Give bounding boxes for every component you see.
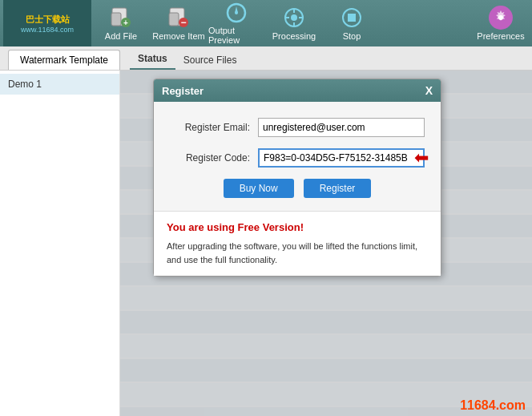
brand-logo: 巴士下载站 www.11684.com — [3, 0, 91, 46]
subtab-status[interactable]: Status — [130, 49, 175, 70]
dialog-buttons: Buy Now Register — [170, 179, 425, 198]
code-form-row: Register Code: ⬅ — [170, 148, 425, 168]
watermark-brand: 11684.com — [460, 398, 526, 413]
email-form-row: Register Email: — [170, 118, 425, 137]
tab-bar: Watermark Template Status Source Files — [0, 46, 532, 71]
register-email-input[interactable] — [258, 118, 425, 137]
dialog-body: Register Email: Register Code: ⬅ Buy Now… — [154, 102, 441, 211]
notice-text: After upgrading the software, you will b… — [167, 240, 428, 266]
remove-item-button[interactable]: − Remove Item — [151, 2, 207, 45]
content-area: Register X Register Email: Register Code… — [120, 71, 532, 416]
stop-button[interactable]: Stop — [324, 2, 380, 45]
tab-watermark-template[interactable]: Watermark Template — [8, 50, 120, 70]
sidebar: Demo 1 — [0, 71, 120, 416]
processing-label: Processing — [272, 31, 316, 41]
brand-site-name: 巴士下载站 — [26, 14, 70, 26]
preferences-icon — [489, 6, 513, 30]
output-preview-icon — [224, 2, 248, 24]
svg-rect-17 — [348, 14, 356, 22]
preferences-label: Preferences — [477, 31, 524, 41]
add-file-button[interactable]: + Add File — [93, 2, 149, 45]
processing-button[interactable]: Processing — [266, 2, 322, 45]
output-preview-label: Output Preview — [208, 26, 264, 45]
svg-rect-1 — [111, 13, 121, 26]
code-label: Register Code: — [170, 152, 258, 164]
register-dialog: Register X Register Email: Register Code… — [153, 79, 441, 277]
svg-point-9 — [235, 11, 238, 14]
add-file-icon: + — [109, 6, 133, 30]
remove-item-label: Remove Item — [152, 31, 204, 41]
main-area: Demo 1 Register X — [0, 71, 532, 416]
dialog-title: Register — [162, 85, 204, 97]
toolbar: 巴士下载站 www.11684.com + Add File − Remove … — [0, 0, 532, 46]
email-label: Register Email: — [170, 122, 258, 133]
processing-icon — [282, 6, 306, 30]
register-code-input[interactable] — [258, 148, 425, 168]
brand-site-url: www.11684.com — [21, 26, 74, 34]
remove-item-icon: − — [167, 6, 191, 30]
notice-area: You are using Free Version! After upgrad… — [154, 211, 441, 276]
sidebar-item-demo1[interactable]: Demo 1 — [0, 74, 119, 95]
svg-point-11 — [291, 14, 297, 21]
dialog-titlebar: Register X — [154, 79, 441, 102]
svg-rect-5 — [169, 13, 179, 26]
svg-text:−: − — [180, 17, 186, 28]
dialog-close-button[interactable]: X — [425, 84, 433, 97]
register-button[interactable]: Register — [304, 179, 372, 198]
notice-title: You are using Free Version! — [167, 221, 428, 233]
buy-now-button[interactable]: Buy Now — [224, 179, 294, 198]
output-preview-button[interactable]: Output Preview — [208, 2, 264, 45]
subtab-source-files[interactable]: Source Files — [175, 50, 245, 70]
watermark-text: 11684.com — [460, 398, 526, 412]
svg-text:+: + — [123, 18, 128, 27]
stop-icon — [340, 6, 364, 30]
stop-label: Stop — [343, 31, 361, 41]
preferences-button[interactable]: Preferences — [473, 2, 529, 45]
add-file-label: Add File — [105, 31, 137, 41]
